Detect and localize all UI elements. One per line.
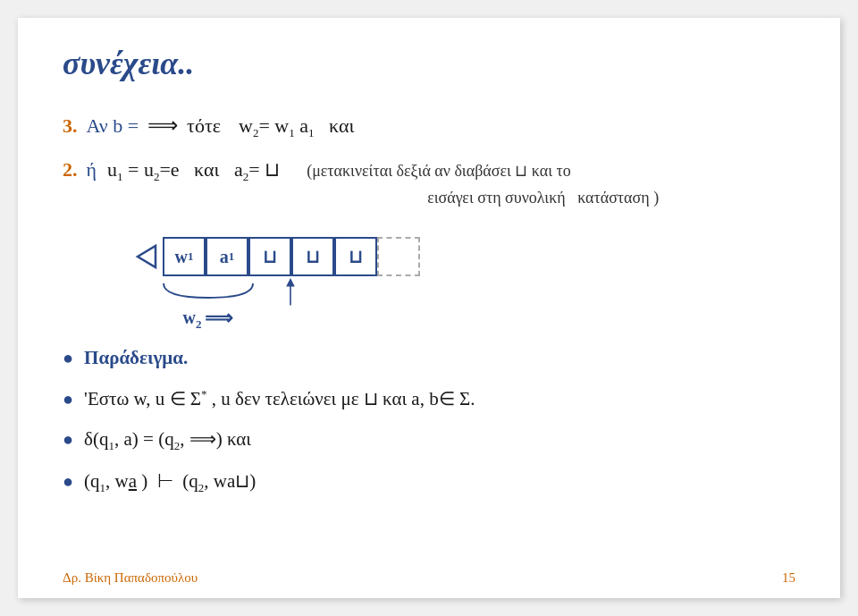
footer-author: Δρ. Βίκη Παπαδοπούλου (63, 570, 198, 586)
bullet-section: ● Παράδειγμα. ● 'Εστω w, u ∈ Σ* , u δεν … (63, 342, 795, 498)
footer-page: 15 (782, 570, 795, 586)
bullet3-text: δ(q1, a) = (q2, ⟹) και (84, 424, 251, 456)
brace-area: w2 ⟹ (159, 280, 257, 334)
w2-text: w2 (183, 302, 202, 334)
tape-cell-a1: a1 (206, 237, 248, 276)
tape-cell-dashed (377, 237, 420, 276)
bullet-1: ● Παράδειγμα. (63, 342, 795, 375)
line2-comment: (μετακινείται δεξιά αν διαβάσει ⊔ και το… (307, 157, 659, 212)
number-3: 3. (63, 109, 78, 142)
right-arrow-1: ⟹ (147, 107, 178, 144)
head-marker (134, 237, 159, 276)
w2-label: w2 ⟹ (183, 301, 234, 334)
svg-marker-0 (138, 246, 156, 267)
number-2: 2. (63, 153, 78, 186)
bullet-2: ● 'Εστω w, u ∈ Σ* , u δεν τελειώνει με ⊔… (63, 384, 795, 416)
bullet-dot-3: ● (63, 424, 73, 454)
head-triangle-svg (134, 237, 159, 276)
bullet1-text: Παράδειγμα. (84, 342, 188, 375)
tape-diagram: w1 a1 ⊔ ⊔ ⊔ w2 ⟹ (134, 228, 795, 326)
bullet-dot-2: ● (63, 384, 73, 414)
bullet2-text: 'Εστω w, u ∈ Σ* , u δεν τελειώνει με ⊔ κ… (84, 384, 475, 416)
line1-av: Αν b = (87, 109, 139, 142)
brace-svg (159, 280, 257, 300)
tape-cell-blank3: ⊔ (334, 237, 377, 276)
tape-row: w1 a1 ⊔ ⊔ ⊔ (134, 237, 420, 276)
arrow-up-svg (277, 278, 304, 307)
arrow-up-area (277, 278, 304, 307)
bullet-dot-1: ● (63, 342, 73, 373)
line2-formula: u1 = u2=e και a2= ⊔ (107, 153, 280, 187)
tape-cell-w1: w1 (163, 237, 206, 276)
bullet-3: ● δ(q1, a) = (q2, ⟹) και (63, 424, 795, 456)
w2-arrow: ⟹ (205, 301, 233, 334)
slide-title: συνέχεια.. (63, 45, 795, 82)
slide: συνέχεια.. 3. Αν b = ⟹ τότε w2= w1 a1 κα… (18, 18, 840, 598)
tape-cell-blank1: ⊔ (248, 237, 291, 276)
tote-word: τότε (187, 109, 221, 142)
bullet-dot-4: ● (63, 466, 73, 496)
line1-formula: w2= w1 a1 και (239, 109, 354, 143)
line-2: 2. ή u1 = u2=e και a2= ⊔ (μετακινείται δ… (63, 153, 795, 212)
footer: Δρ. Βίκη Παπαδοπούλου 15 (63, 570, 795, 586)
svg-marker-2 (286, 278, 295, 287)
bullet-4: ● (q1, wa ) ⊢ (q2, wa⊔) (63, 466, 795, 498)
main-content: 3. Αν b = ⟹ τότε w2= w1 a1 και 2. ή u1 =… (63, 107, 795, 498)
line2-i: ή (87, 153, 97, 186)
tape-cell-blank2: ⊔ (291, 237, 334, 276)
line-1: 3. Αν b = ⟹ τότε w2= w1 a1 και (63, 107, 795, 144)
bullet4-text: (q1, wa ) ⊢ (q2, wa⊔) (84, 466, 256, 498)
